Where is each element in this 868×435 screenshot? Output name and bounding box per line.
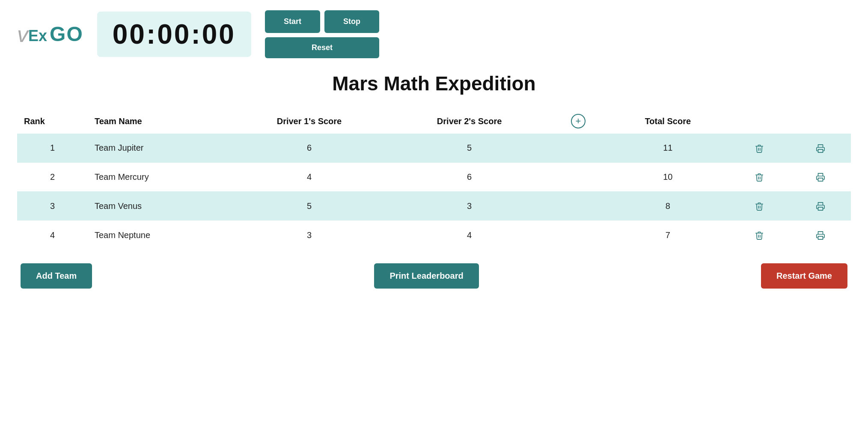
svg-rect-3 (818, 236, 823, 239)
table-row: 3 Team Venus 5 3 8 (17, 191, 851, 220)
header: v Ex GO 00:00:00 Start Stop Reset (17, 10, 851, 58)
cell-driver1-score: 5 (229, 191, 389, 220)
print-row-button[interactable] (812, 141, 829, 155)
add-team-button[interactable]: Add Team (21, 263, 92, 289)
timer-display: 00:00:00 (97, 12, 251, 57)
cell-driver1-score: 6 (229, 134, 389, 163)
cell-total-score: 8 (607, 191, 728, 220)
logo: v Ex GO (17, 23, 83, 45)
svg-rect-2 (818, 207, 823, 210)
cell-extra (550, 220, 607, 250)
leaderboard-table: Rank Team Name Driver 1's Score Driver 2… (17, 109, 851, 250)
table-row: 2 Team Mercury 4 6 10 (17, 163, 851, 192)
restart-game-button[interactable]: Restart Game (761, 263, 847, 289)
svg-rect-0 (818, 149, 823, 152)
cell-delete-action[interactable] (729, 134, 790, 163)
cell-total-score: 11 (607, 134, 728, 163)
cell-team-name: Team Venus (88, 191, 229, 220)
add-column-header[interactable]: + (550, 109, 607, 134)
cell-delete-action[interactable] (729, 163, 790, 192)
logo-v: v (17, 23, 28, 45)
timer-controls: Start Stop Reset (265, 10, 379, 58)
col-header-actions (729, 109, 790, 134)
cell-team-name: Team Mercury (88, 163, 229, 192)
svg-rect-1 (818, 178, 823, 181)
print-row-button[interactable] (812, 199, 829, 213)
table-header-row: Rank Team Name Driver 1's Score Driver 2… (17, 109, 851, 134)
cell-delete-action[interactable] (729, 191, 790, 220)
timer-top-row: Start Stop (265, 10, 379, 33)
col-header-driver1: Driver 1's Score (229, 109, 389, 134)
col-header-team: Team Name (88, 109, 229, 134)
cell-driver2-score: 5 (389, 134, 550, 163)
cell-rank: 4 (17, 220, 88, 250)
table-row: 1 Team Jupiter 6 5 11 (17, 134, 851, 163)
delete-button[interactable] (751, 228, 767, 242)
cell-driver2-score: 4 (389, 220, 550, 250)
cell-driver2-score: 3 (389, 191, 550, 220)
cell-total-score: 10 (607, 163, 728, 192)
print-row-button[interactable] (812, 170, 829, 184)
cell-team-name: Team Jupiter (88, 134, 229, 163)
cell-print-action[interactable] (790, 191, 851, 220)
stop-button[interactable]: Stop (324, 10, 379, 33)
cell-delete-action[interactable] (729, 220, 790, 250)
logo-ex: Ex (28, 28, 47, 44)
cell-print-action[interactable] (790, 163, 851, 192)
cell-extra (550, 163, 607, 192)
cell-team-name: Team Neptune (88, 220, 229, 250)
col-header-actions2 (790, 109, 851, 134)
delete-button[interactable] (751, 199, 767, 213)
delete-button[interactable] (751, 170, 767, 184)
cell-rank: 1 (17, 134, 88, 163)
add-column-button[interactable]: + (571, 114, 586, 128)
col-header-driver2: Driver 2's Score (389, 109, 550, 134)
col-header-total: Total Score (607, 109, 728, 134)
table-row: 4 Team Neptune 3 4 7 (17, 220, 851, 250)
delete-button[interactable] (751, 141, 767, 155)
cell-driver2-score: 6 (389, 163, 550, 192)
cell-print-action[interactable] (790, 134, 851, 163)
cell-extra (550, 134, 607, 163)
col-header-rank: Rank (17, 109, 88, 134)
bottom-bar: Add Team Print Leaderboard Restart Game (17, 263, 851, 289)
print-row-button[interactable] (812, 228, 829, 242)
logo-go: GO (50, 24, 83, 45)
cell-rank: 3 (17, 191, 88, 220)
cell-driver1-score: 3 (229, 220, 389, 250)
start-button[interactable]: Start (265, 10, 320, 33)
page-title: Mars Math Expedition (17, 72, 851, 95)
cell-print-action[interactable] (790, 220, 851, 250)
cell-rank: 2 (17, 163, 88, 192)
cell-total-score: 7 (607, 220, 728, 250)
cell-extra (550, 191, 607, 220)
reset-button[interactable]: Reset (265, 37, 379, 58)
cell-driver1-score: 4 (229, 163, 389, 192)
print-leaderboard-button[interactable]: Print Leaderboard (374, 263, 479, 289)
